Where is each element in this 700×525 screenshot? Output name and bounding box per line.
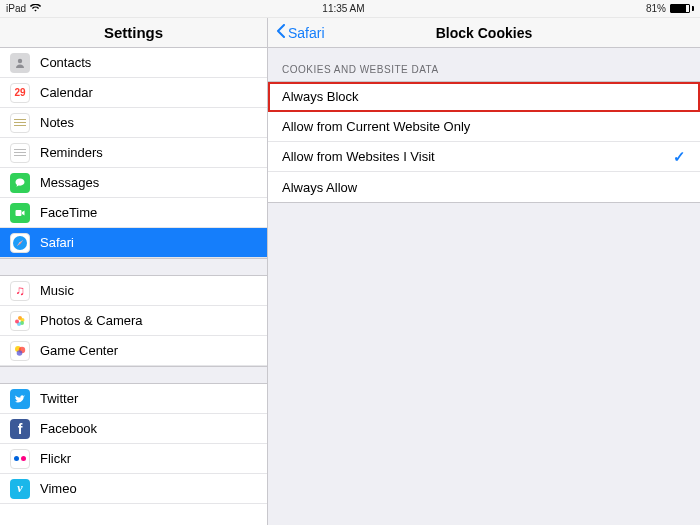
sidebar-item-label: Facebook xyxy=(40,421,97,436)
safari-icon xyxy=(10,233,30,253)
sidebar-item-messages[interactable]: Messages xyxy=(0,168,267,198)
detail-navbar: Safari Block Cookies xyxy=(268,18,700,48)
svg-rect-1 xyxy=(16,210,22,216)
flickr-icon xyxy=(10,449,30,469)
option-websites-visit[interactable]: Allow from Websites I Visit✓ xyxy=(268,142,700,172)
split-view: Settings Contacts29CalendarNotesReminder… xyxy=(0,18,700,525)
sidebar-item-label: FaceTime xyxy=(40,205,97,220)
sidebar-item-label: Music xyxy=(40,283,74,298)
section-header: COOKIES AND WEBSITE DATA xyxy=(268,48,700,81)
svg-point-10 xyxy=(17,350,23,356)
sidebar-title: Settings xyxy=(0,18,267,48)
sidebar-item-label: Flickr xyxy=(40,451,71,466)
sidebar-item-label: Messages xyxy=(40,175,99,190)
sidebar-item-photos[interactable]: Photos & Camera xyxy=(0,306,267,336)
facebook-icon: f xyxy=(10,419,30,439)
sidebar-item-notes[interactable]: Notes xyxy=(0,108,267,138)
sidebar-item-music[interactable]: ♫Music xyxy=(0,276,267,306)
sidebar-item-calendar[interactable]: 29Calendar xyxy=(0,78,267,108)
sidebar-item-gamecenter[interactable]: Game Center xyxy=(0,336,267,366)
option-label: Always Block xyxy=(282,89,359,104)
vimeo-icon: v xyxy=(10,479,30,499)
status-bar: iPad 11:35 AM 81% xyxy=(0,0,700,18)
sidebar-item-facebook[interactable]: fFacebook xyxy=(0,414,267,444)
sidebar-item-reminders[interactable]: Reminders xyxy=(0,138,267,168)
chevron-left-icon xyxy=(276,24,286,41)
svg-point-7 xyxy=(15,319,19,323)
twitter-icon xyxy=(10,389,30,409)
detail-title: Block Cookies xyxy=(268,25,700,41)
sidebar-item-label: Reminders xyxy=(40,145,103,160)
option-label: Allow from Current Website Only xyxy=(282,119,470,134)
sidebar-item-label: Game Center xyxy=(40,343,118,358)
wifi-icon xyxy=(30,3,41,14)
sidebar-item-label: Photos & Camera xyxy=(40,313,143,328)
sidebar-item-label: Safari xyxy=(40,235,74,250)
detail-pane: Safari Block Cookies COOKIES AND WEBSITE… xyxy=(268,18,700,525)
facetime-icon xyxy=(10,203,30,223)
back-label: Safari xyxy=(288,25,325,41)
device-label: iPad xyxy=(6,3,26,14)
checkmark-icon: ✓ xyxy=(673,148,686,166)
screen: iPad 11:35 AM 81% Settings Contacts29Cal… xyxy=(0,0,700,525)
sidebar-item-label: Vimeo xyxy=(40,481,77,496)
option-label: Always Allow xyxy=(282,180,357,195)
back-button[interactable]: Safari xyxy=(276,24,325,41)
sidebar-item-safari[interactable]: Safari xyxy=(0,228,267,258)
sidebar-item-label: Calendar xyxy=(40,85,93,100)
notes-icon xyxy=(10,113,30,133)
music-icon: ♫ xyxy=(10,281,30,301)
photos-icon xyxy=(10,311,30,331)
clock: 11:35 AM xyxy=(322,3,364,14)
sidebar-item-twitter[interactable]: Twitter xyxy=(0,384,267,414)
settings-sidebar: Settings Contacts29CalendarNotesReminder… xyxy=(0,18,268,525)
option-current-only[interactable]: Allow from Current Website Only xyxy=(268,112,700,142)
contacts-icon xyxy=(10,53,30,73)
option-label: Allow from Websites I Visit xyxy=(282,149,435,164)
sidebar-item-label: Twitter xyxy=(40,391,78,406)
reminders-icon xyxy=(10,143,30,163)
option-always-block[interactable]: Always Block xyxy=(268,82,700,112)
gamecenter-icon xyxy=(10,341,30,361)
calendar-icon: 29 xyxy=(10,83,30,103)
sidebar-list[interactable]: Contacts29CalendarNotesRemindersMessages… xyxy=(0,48,267,525)
svg-point-0 xyxy=(18,58,22,62)
sidebar-item-label: Contacts xyxy=(40,55,91,70)
sidebar-item-label: Notes xyxy=(40,115,74,130)
battery-pct: 81% xyxy=(646,3,666,14)
options-list: Always BlockAllow from Current Website O… xyxy=(268,81,700,203)
group-separator xyxy=(0,258,267,276)
sidebar-item-vimeo[interactable]: vVimeo xyxy=(0,474,267,504)
sidebar-item-flickr[interactable]: Flickr xyxy=(0,444,267,474)
sidebar-item-facetime[interactable]: FaceTime xyxy=(0,198,267,228)
sidebar-item-contacts[interactable]: Contacts xyxy=(0,48,267,78)
messages-icon xyxy=(10,173,30,193)
group-separator xyxy=(0,366,267,384)
option-always-allow[interactable]: Always Allow xyxy=(268,172,700,202)
battery-icon xyxy=(670,4,694,13)
